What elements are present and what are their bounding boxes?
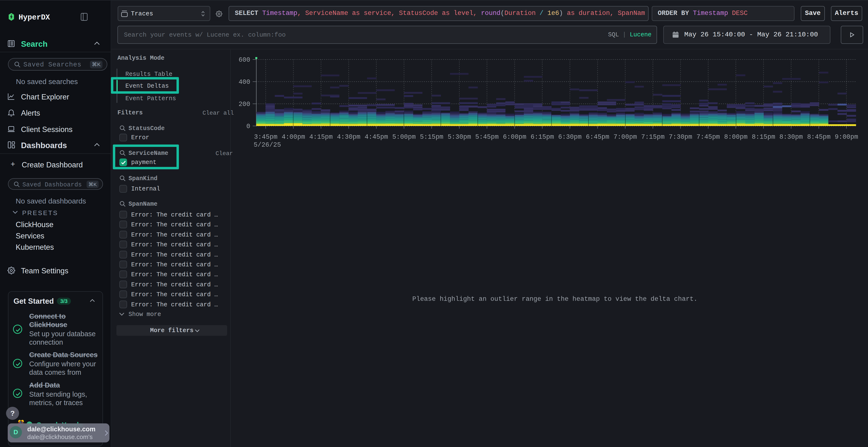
- svg-text:6:15pm: 6:15pm: [530, 133, 554, 141]
- svg-text:7:15pm: 7:15pm: [641, 133, 664, 141]
- svg-text:200: 200: [239, 101, 250, 108]
- svg-text:9:00pm: 9:00pm: [835, 133, 858, 141]
- svg-text:0: 0: [246, 123, 250, 130]
- svg-text:6:00pm: 6:00pm: [503, 133, 526, 141]
- svg-text:8:00pm: 8:00pm: [724, 133, 747, 141]
- svg-text:7:00pm: 7:00pm: [613, 133, 637, 141]
- svg-text:6:30pm: 6:30pm: [558, 133, 582, 141]
- svg-text:4:30pm: 4:30pm: [337, 133, 361, 141]
- svg-text:8:45pm: 8:45pm: [807, 133, 830, 141]
- svg-text:7:30pm: 7:30pm: [669, 133, 692, 141]
- svg-text:3:45pm: 3:45pm: [254, 133, 277, 141]
- svg-text:4:00pm: 4:00pm: [282, 133, 305, 141]
- svg-text:5:15pm: 5:15pm: [420, 133, 443, 141]
- svg-text:4:15pm: 4:15pm: [309, 133, 333, 141]
- svg-text:8:15pm: 8:15pm: [752, 133, 775, 141]
- svg-text:400: 400: [239, 78, 250, 86]
- svg-text:5:30pm: 5:30pm: [447, 133, 471, 141]
- svg-text:5:00pm: 5:00pm: [392, 133, 416, 141]
- svg-text:5/26/25: 5/26/25: [254, 141, 281, 148]
- svg-text:6:45pm: 6:45pm: [586, 133, 609, 141]
- svg-text:600: 600: [239, 56, 250, 64]
- svg-text:4:45pm: 4:45pm: [365, 133, 388, 141]
- svg-text:8:30pm: 8:30pm: [779, 133, 803, 141]
- svg-text:7:45pm: 7:45pm: [696, 133, 720, 141]
- svg-text:5:45pm: 5:45pm: [475, 133, 499, 141]
